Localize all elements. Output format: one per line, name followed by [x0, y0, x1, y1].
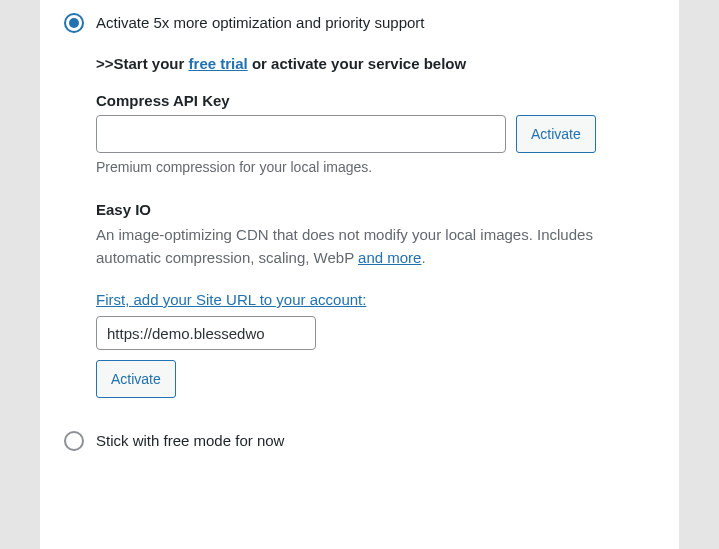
- free-trial-link[interactable]: free trial: [189, 55, 248, 72]
- free-option-label[interactable]: Stick with free mode for now: [96, 430, 655, 449]
- easyio-desc-suffix: .: [421, 249, 425, 266]
- easyio-activate-button[interactable]: Activate: [96, 360, 176, 398]
- start-suffix: or activate your service below: [248, 55, 466, 72]
- free-radio[interactable]: [64, 431, 84, 451]
- start-trial-line: >>Start your free trial or activate your…: [96, 55, 655, 72]
- easyio-desc-prefix: An image-optimizing CDN that does not mo…: [96, 226, 593, 266]
- compress-api-key-input[interactable]: [96, 115, 506, 153]
- premium-radio[interactable]: [64, 13, 84, 33]
- add-site-url-link[interactable]: First, add your Site URL to your account…: [96, 291, 366, 308]
- site-url-input[interactable]: [96, 316, 316, 350]
- compress-activate-button[interactable]: Activate: [516, 115, 596, 153]
- easyio-description: An image-optimizing CDN that does not mo…: [96, 224, 655, 269]
- easyio-and-more-link[interactable]: and more: [358, 249, 421, 266]
- free-option: Stick with free mode for now: [64, 430, 655, 454]
- settings-panel: Activate 5x more optimization and priori…: [40, 0, 679, 549]
- start-prefix: >>Start your: [96, 55, 189, 72]
- premium-option-label[interactable]: Activate 5x more optimization and priori…: [96, 12, 655, 31]
- compress-api-heading: Compress API Key: [96, 92, 655, 109]
- compress-helper-text: Premium compression for your local image…: [96, 159, 655, 175]
- premium-option: Activate 5x more optimization and priori…: [64, 12, 655, 398]
- easyio-heading: Easy IO: [96, 201, 655, 218]
